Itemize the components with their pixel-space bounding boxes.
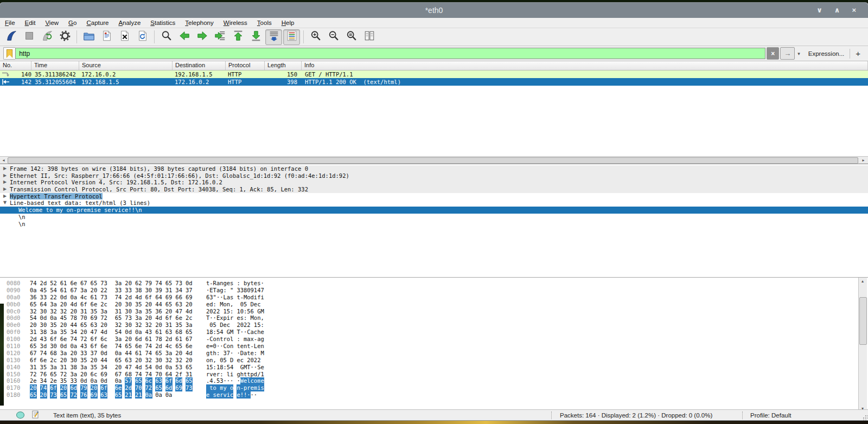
- hex-byte[interactable]: 4d: [186, 308, 193, 315]
- close-file-button[interactable]: [116, 29, 133, 45]
- hex-byte[interactable]: 30: [155, 357, 162, 364]
- hex-byte[interactable]: 0d: [40, 314, 47, 322]
- hex-row[interactable]: 0150727665723a206c696768747470642f31rver…: [0, 371, 868, 378]
- hex-byte[interactable]: 20: [125, 336, 132, 343]
- hex-byte[interactable]: 20: [60, 322, 67, 329]
- display-filter-input[interactable]: [15, 48, 765, 59]
- ascii-char[interactable]: [230, 322, 233, 329]
- hex-byte[interactable]: 6f: [91, 343, 98, 350]
- ascii-char[interactable]: r: [230, 314, 233, 322]
- hex-byte[interactable]: 32: [165, 357, 173, 364]
- hex-byte[interactable]: 57: [125, 377, 132, 384]
- hex-byte[interactable]: 65: [186, 377, 193, 384]
- collapsed-expander-icon[interactable]: ▶: [3, 193, 10, 200]
- detail-row[interactable]: ▼Line-based text data: text/html (3 line…: [0, 200, 868, 207]
- detail-row[interactable]: ▶Hypertext Transfer Protocol: [0, 193, 868, 200]
- hex-byte[interactable]: 20: [30, 384, 37, 391]
- ascii-char[interactable]: ,: [260, 314, 264, 322]
- add-filter-button[interactable]: +: [856, 49, 860, 58]
- hex-byte[interactable]: 36: [30, 294, 37, 301]
- hex-byte[interactable]: 79: [80, 384, 87, 391]
- detail-row[interactable]: \n: [0, 221, 868, 228]
- hex-byte[interactable]: 35: [40, 364, 47, 371]
- hex-row[interactable]: 00d0540d0a457870697265733a204d6f6e2cT··E…: [0, 314, 868, 322]
- open-file-button[interactable]: [80, 29, 97, 45]
- menu-help[interactable]: Help: [277, 20, 299, 26]
- hex-byte[interactable]: 76: [40, 371, 47, 378]
- hex-byte[interactable]: 72: [80, 336, 87, 343]
- hex-byte[interactable]: 30: [145, 287, 152, 294]
- hex-byte[interactable]: 76: [80, 391, 87, 399]
- hex-byte[interactable]: 6f: [80, 301, 87, 308]
- column-header-destination[interactable]: Destination: [173, 61, 226, 70]
- hex-byte[interactable]: 64: [155, 294, 162, 301]
- hex-byte[interactable]: 0d: [80, 377, 87, 384]
- zoom-out-button[interactable]: [325, 29, 342, 45]
- detail-row[interactable]: ▶Frame 142: 398 bytes on wire (3184 bits…: [0, 165, 868, 172]
- hex-byte[interactable]: 3a: [50, 329, 57, 336]
- detail-row[interactable]: ▶Ethernet II, Src: Raspberr_17:66:66 (e4…: [0, 172, 868, 179]
- hex-byte[interactable]: 65: [135, 377, 142, 384]
- hex-byte[interactable]: 20: [60, 301, 67, 308]
- hex-byte[interactable]: 61: [135, 350, 142, 357]
- hex-byte[interactable]: 20: [60, 357, 67, 364]
- hex-byte[interactable]: 3a: [135, 314, 142, 322]
- hex-byte[interactable]: 54: [30, 314, 37, 322]
- hex-byte[interactable]: 0a: [165, 391, 173, 399]
- hex-byte[interactable]: 6f: [30, 357, 37, 364]
- hex-byte[interactable]: 20: [175, 350, 182, 357]
- packet-list-hscrollbar[interactable]: ◂ ▸: [0, 156, 868, 164]
- hex-byte[interactable]: 53: [175, 364, 182, 371]
- hex-byte[interactable]: 6e: [40, 357, 47, 364]
- ascii-char[interactable]: n: [230, 343, 233, 350]
- hex-byte[interactable]: 74: [145, 343, 152, 350]
- ascii-char[interactable]: D: [230, 357, 233, 364]
- hex-byte[interactable]: 65: [115, 357, 122, 364]
- hex-byte[interactable]: 6d: [135, 336, 142, 343]
- hex-byte[interactable]: 0d: [100, 350, 107, 357]
- hex-byte[interactable]: 65: [60, 391, 67, 399]
- expert-info-icon[interactable]: [16, 412, 24, 419]
- hex-byte[interactable]: 4d: [155, 314, 162, 322]
- hex-byte[interactable]: 65: [50, 371, 57, 378]
- hex-byte[interactable]: 6f: [145, 294, 152, 301]
- hex-byte[interactable]: 65: [115, 391, 122, 399]
- auto-scroll-button[interactable]: [265, 29, 282, 45]
- ascii-char[interactable]: ·: [230, 377, 233, 384]
- hex-byte[interactable]: 65: [30, 343, 37, 350]
- hex-byte[interactable]: 54: [50, 287, 57, 294]
- resize-columns-button[interactable]: [361, 29, 378, 45]
- hex-byte[interactable]: 61: [91, 294, 98, 301]
- hex-byte[interactable]: 74: [40, 384, 47, 391]
- hex-byte[interactable]: 20: [115, 364, 122, 371]
- vscroll-thumb[interactable]: [859, 297, 867, 345]
- hex-byte[interactable]: 30: [40, 322, 47, 329]
- hex-byte[interactable]: 6f: [100, 384, 107, 391]
- close-icon[interactable]: ×: [852, 3, 856, 18]
- ascii-char[interactable]: ·: [230, 350, 233, 357]
- hex-byte[interactable]: 3a: [135, 308, 142, 315]
- hex-byte[interactable]: 30: [125, 322, 132, 329]
- hex-byte[interactable]: 44: [125, 350, 132, 357]
- menu-file[interactable]: File: [0, 20, 20, 26]
- hex-byte[interactable]: 65: [30, 391, 37, 399]
- hex-row[interactable]: 01002d436f6e74726f6c3a206d61782d6167-Con…: [0, 336, 868, 343]
- hex-row[interactable]: 0110653d300d0a436f6e74656e742d4c656ee=0·…: [0, 343, 868, 350]
- hex-byte[interactable]: 0a: [155, 391, 162, 399]
- hex-byte[interactable]: 6d: [175, 377, 182, 384]
- menu-view[interactable]: View: [40, 20, 63, 26]
- detail-row[interactable]: ▶Transmission Control Protocol, Src Port…: [0, 186, 868, 193]
- hex-byte[interactable]: 32: [60, 308, 67, 315]
- hex-byte[interactable]: 6c: [145, 377, 152, 384]
- hex-byte[interactable]: 20: [165, 308, 173, 315]
- hex-byte[interactable]: 63: [125, 357, 132, 364]
- zoom-reset-button[interactable]: [343, 29, 360, 45]
- hex-byte[interactable]: 20: [115, 301, 122, 308]
- hex-byte[interactable]: 61: [60, 287, 67, 294]
- hex-byte[interactable]: 20: [40, 391, 47, 399]
- go-back-button[interactable]: [176, 29, 193, 45]
- hex-byte[interactable]: 3a: [50, 364, 57, 371]
- hex-byte[interactable]: 54: [145, 364, 152, 371]
- column-header-time[interactable]: Time: [31, 61, 79, 70]
- hex-row[interactable]: 00c0323032322031353a31303a353620474d2022…: [0, 308, 868, 315]
